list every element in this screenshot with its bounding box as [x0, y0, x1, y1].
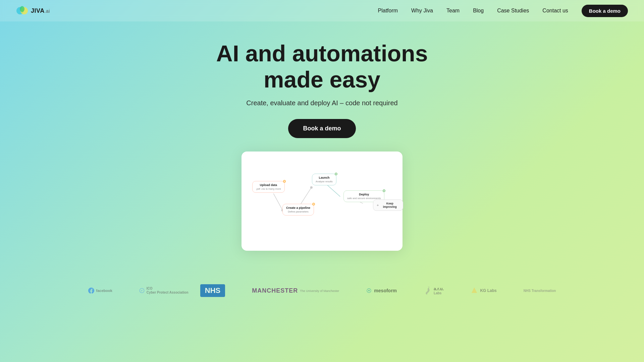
- partner-kglabs: KG Labs: [471, 287, 496, 294]
- nav-blog[interactable]: Blog: [473, 8, 484, 14]
- partner-mesoform: mesoform: [366, 288, 397, 294]
- logo-icon: [16, 5, 28, 17]
- hero-subheadline: Create, evaluate and deploy AI – code no…: [0, 99, 644, 107]
- svg-line-3: [273, 194, 282, 210]
- partners-section: facebook ICOCyber Protect Association NH…: [0, 264, 644, 310]
- partner-nhs: NHS: [200, 284, 225, 297]
- hero-book-demo-button[interactable]: Book a demo: [288, 119, 356, 138]
- partner-aru: a.r.u. Labs: [424, 286, 444, 295]
- mesoform-icon: [366, 288, 372, 294]
- logo-link[interactable]: JIVA.ai: [16, 5, 50, 17]
- partner-misc: NHS Transformation: [524, 289, 556, 293]
- nav-links: Platform Why Jiva Team Blog Case Studies…: [378, 8, 568, 14]
- svg-marker-12: [472, 288, 477, 293]
- svg-point-8: [310, 186, 313, 189]
- partner-manchester: MANCHESTER The University of Manchester: [252, 287, 339, 294]
- hero-headline: AI and automations made easy: [188, 40, 456, 93]
- nav-contact[interactable]: Contact us: [542, 8, 568, 14]
- nav-platform[interactable]: Platform: [378, 8, 398, 14]
- partner-facebook: facebook: [88, 288, 112, 294]
- nav-book-demo-button[interactable]: Book a demo: [582, 5, 628, 17]
- diagram-card: Upload data .pdf .csv & many more Create…: [241, 152, 402, 251]
- node-upload: Upload data .pdf .csv & many more: [252, 181, 285, 193]
- diagram-inner: Upload data .pdf .csv & many more Create…: [252, 168, 392, 235]
- navbar: JIVA.ai Platform Why Jiva Team Blog Case…: [0, 0, 644, 21]
- partner-ico: ICOCyber Protect Association: [139, 287, 173, 295]
- kglabs-icon: [471, 287, 478, 294]
- node-keep-improving: + Keep improving: [373, 199, 403, 211]
- facebook-icon: [88, 288, 94, 294]
- svg-line-5: [327, 185, 340, 197]
- node-pipeline: Create a pipeline Define parameters: [282, 204, 314, 216]
- svg-point-2: [20, 6, 24, 12]
- node-launch: Launch Analyse results: [312, 174, 336, 185]
- brand-name: JIVA.ai: [31, 7, 50, 14]
- aru-icon: [424, 286, 432, 295]
- hero-section: AI and automations made easy Create, eva…: [0, 0, 644, 264]
- ico-icon: [139, 288, 145, 293]
- svg-point-11: [368, 290, 370, 292]
- nav-team[interactable]: Team: [446, 8, 460, 14]
- nav-case-studies[interactable]: Case Studies: [497, 8, 529, 14]
- nav-why-jiva[interactable]: Why Jiva: [411, 8, 433, 14]
